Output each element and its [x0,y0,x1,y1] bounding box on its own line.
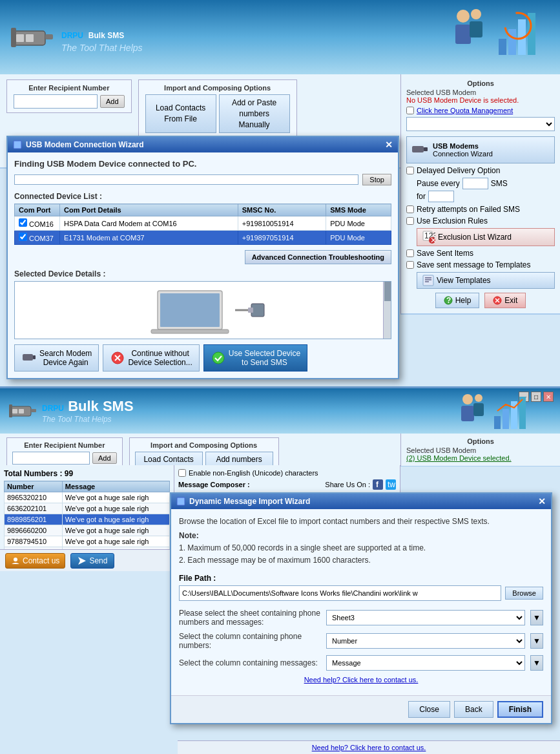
table-row[interactable]: COM37 E1731 Modem at COM37 +919897051914… [15,231,391,245]
search-modem-button[interactable]: Search Modem Device Again [14,344,99,372]
load-contacts-button[interactable]: Load Contacts From File [145,94,216,133]
svg-point-5 [457,10,470,23]
lower-selected-modem-label: Selected USB Modem [406,446,555,454]
file-path-input[interactable] [179,585,501,601]
number-table-row[interactable]: 9896660200We've got a huge sale righ [5,525,170,536]
sheet-dropdown-arrow[interactable]: ▼ [530,610,543,625]
retry-checkbox[interactable] [406,205,414,213]
help-button[interactable]: ? Help [435,293,480,308]
modem-wizard-title: USB Modem Connection Wizard [26,140,144,149]
svg-rect-52 [503,409,509,429]
progress-bar-bg [14,174,358,185]
usb-wizard-button[interactable]: USB Modems Connection Wizard [406,136,555,163]
recipient-input[interactable] [14,94,98,109]
msg-col-dropdown-arrow[interactable]: ▼ [530,655,543,671]
pause-every-label: Pause every [417,179,460,188]
help-exit-row: ? Help Exit [406,293,555,308]
import-title: Import and Composing Options [145,84,290,92]
share-label: Share Us On : [325,481,370,488]
help-link[interactable]: Need help? Click here to contact us. [179,676,543,684]
retry-label: Retry attempts on Failed SMS [417,205,520,214]
svg-rect-51 [494,416,501,429]
scroll-thumb[interactable] [384,282,391,301]
for-input[interactable] [428,191,454,202]
phone-col-select[interactable]: Number [326,633,525,649]
note-line2: 2. Each message may be of maximum 1600 c… [179,556,371,565]
contact-us-button[interactable]: Contact us [5,553,65,569]
stop-button[interactable]: Stop [362,174,391,185]
usb-wizard-icon [411,141,429,159]
number-table-row[interactable]: 9788794510We've got a huge sale righ [5,536,170,547]
lower-modem-selected-text[interactable]: (2) USB Modem Device selected. [406,454,555,462]
close-window-button[interactable]: ✕ [543,392,554,402]
continue-without-button[interactable]: Continue without Device Selection... [103,344,199,372]
contact-icon [11,556,20,565]
close-import-button[interactable]: Close [408,701,450,718]
back-button[interactable]: Back [454,701,493,718]
brand-tagline: The Tool That Helps [61,43,143,53]
quota-dropdown[interactable] [406,117,555,131]
exclusion-checkbox[interactable] [406,217,414,225]
unicode-checkbox[interactable] [178,469,186,477]
delayed-delivery-checkbox[interactable] [406,167,414,174]
bottom-action-bar: Contact us Send [0,549,174,571]
device-checkbox-1[interactable] [19,218,27,227]
selected-details-label: Selected Device Details : [14,269,391,278]
device-smsc: +919897051914 [238,231,326,245]
twitter-icon[interactable]: tw [386,479,396,490]
lower-options-panel: Options Selected USB Modem (2) USB Modem… [400,434,560,466]
phone-col-dropdown-arrow[interactable]: ▼ [530,633,543,649]
exit-icon [493,296,502,305]
view-templates-button[interactable]: View Templates [417,272,555,289]
progress-row: Stop [14,174,391,185]
svg-rect-20 [423,275,433,286]
exit-label: Exit [504,296,517,305]
save-sent-checkbox[interactable] [406,249,414,257]
facebook-icon[interactable]: f [373,479,383,490]
sheet-select[interactable]: Sheet3 [326,610,525,625]
use-selected-button[interactable]: Use Selected Device to Send SMS [203,344,307,372]
svg-rect-43 [12,409,17,414]
exclusion-row: Use Exclusion Rules [406,216,555,225]
recipient-label: Enter Recipient Number [14,84,125,92]
quota-link[interactable]: Click here Quota Management [417,107,513,114]
lower-add-line1: Add numbers [216,455,262,464]
pause-input[interactable] [462,178,488,189]
contact-us-label: Contact us [23,556,59,565]
add-paste-line2: numbers Manually [239,109,270,129]
device-com-port: COM37 [15,231,60,245]
svg-rect-36 [23,354,33,361]
no-modem-text: No USB Modem Device is selected. [406,96,555,104]
browse-button[interactable]: Browse [505,587,543,600]
number-table-row[interactable]: 6636202101We've got a huge sale righ [5,503,170,514]
add-paste-button[interactable]: Add or Paste numbers Manually [219,94,290,133]
exclusion-wizard-button[interactable]: 123 ✕ Exclusion List Wizard [417,228,555,246]
unicode-label: Enable non-English (Unicode) characters [189,469,318,477]
save-templates-checkbox[interactable] [406,261,414,269]
add-recipient-button[interactable]: Add [100,95,125,108]
send-button[interactable]: Send [70,553,114,569]
table-row[interactable]: COM16 HSPA Data Card Modem at COM16 +919… [15,216,391,231]
adv-troubleshoot-button[interactable]: Advanced Connection Troubleshooting [245,250,391,264]
modem-wizard-close[interactable]: ✕ [385,140,393,150]
finish-button[interactable]: Finish [497,701,543,718]
msg-col-select[interactable]: Message [326,655,525,671]
search-btn-line1: Search Modem [39,349,92,358]
scroll-bar[interactable] [383,282,391,339]
msg-col-label: Select the column containing messages: [179,658,321,667]
need-help-bottom[interactable]: Need help? Click here to contact us. [178,740,560,754]
wizard-title-icon [13,140,22,149]
quota-checkbox[interactable] [406,107,414,114]
lower-recipient-input[interactable] [12,452,90,465]
exit-button[interactable]: Exit [484,293,526,308]
top-options-panel: Options Selected USB Modem No USB Modem … [400,74,560,315]
number-table-row[interactable]: 8989856201We've got a huge sale righ [5,514,170,525]
number-table-row[interactable]: 8965320210We've got a huge sale righ [5,492,170,503]
import-wizard-close[interactable]: ✕ [538,496,546,507]
device-details: E1731 Modem at COM37 [60,231,238,245]
device-details: HSPA Data Card Modem at COM16 [60,216,238,231]
add-paste-line1: Add or Paste [232,98,276,107]
device-checkbox-2[interactable] [19,233,27,241]
top-header-banner: DRPU Bulk SMS The Tool That Helps [0,0,560,74]
lower-add-button[interactable]: Add [92,452,117,464]
